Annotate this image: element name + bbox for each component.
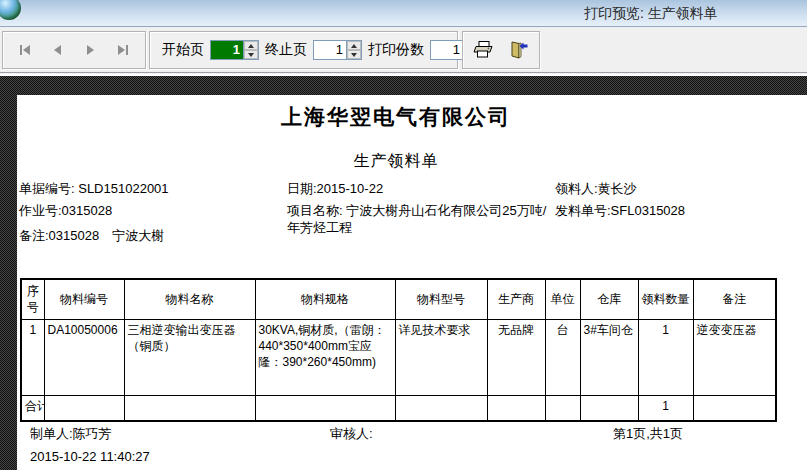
copies-input[interactable]: 1 bbox=[431, 41, 463, 59]
title-bar: 打印预览: 生产领料单 bbox=[0, 0, 807, 27]
end-page-up-button[interactable] bbox=[347, 41, 361, 50]
cell-warehouse: 3#车间仓 bbox=[580, 319, 638, 395]
company-name: 上海华翌电气有限公司 bbox=[17, 103, 775, 131]
prev-page-button[interactable] bbox=[45, 38, 71, 62]
doc-no: 单据编号: SLD151022001 bbox=[19, 180, 169, 197]
print-button[interactable] bbox=[469, 36, 499, 64]
start-page-up-button[interactable] bbox=[244, 41, 258, 50]
cell-material-spec: 30KVA,铜材质,（雷朗：440*350*400mm宝应隆：390*260*4… bbox=[255, 319, 395, 395]
info-column-middle: 日期:2015-10-22 项目名称: 宁波大榭舟山石化有限公司25万吨/年芳烃… bbox=[287, 180, 549, 241]
cell-note: 逆变变压器 bbox=[693, 319, 776, 395]
picker: 领料人:黄长沙 bbox=[555, 180, 685, 197]
exit-icon bbox=[507, 39, 529, 61]
first-page-button[interactable] bbox=[12, 38, 38, 62]
project-name: 项目名称: 宁波大榭舟山石化有限公司25万吨/年芳烃工程 bbox=[287, 202, 549, 236]
preview-background: 上海华翌电气有限公司 生产领料单 单据编号: SLD151022001 作业号:… bbox=[0, 74, 807, 470]
table-row: 1 DA10050006 三相逆变输出变压器（铜质） 30KVA,铜材质,（雷朗… bbox=[21, 319, 776, 395]
next-page-icon bbox=[87, 45, 94, 55]
info-column-right: 领料人:黄长沙 发料单号:SFL0315028 bbox=[555, 180, 685, 224]
total-label: 合计 bbox=[21, 395, 44, 421]
col-header: 单位 bbox=[545, 279, 580, 319]
page-controls-panel: 开始页 1 终止页 1 打印份数 1 bbox=[149, 31, 458, 69]
first-page-icon bbox=[20, 45, 22, 55]
col-header: 物料名称 bbox=[124, 279, 255, 319]
col-header: 领料数量 bbox=[638, 279, 693, 319]
col-header: 仓库 bbox=[580, 279, 638, 319]
start-page-label: 开始页 bbox=[162, 41, 204, 59]
down-arrow-icon bbox=[351, 53, 357, 57]
action-button-panel bbox=[462, 31, 540, 69]
toolbar: 开始页 1 终止页 1 打印份数 1 bbox=[0, 28, 807, 73]
col-header: 物料编号 bbox=[44, 279, 124, 319]
next-page-button[interactable] bbox=[77, 38, 103, 62]
document-page: 上海华翌电气有限公司 生产领料单 单据编号: SLD151022001 作业号:… bbox=[17, 95, 807, 470]
cell-seq: 1 bbox=[21, 319, 44, 395]
print-preview-window: 打印预览: 生产领料单 开始页 1 bbox=[0, 0, 807, 470]
exit-preview-button[interactable] bbox=[503, 36, 533, 64]
job-no: 作业号:0315028 bbox=[19, 202, 169, 219]
form-title: 生产领料单 bbox=[17, 151, 775, 172]
start-page-spinner: 1 bbox=[210, 40, 259, 60]
window-title: 打印预览: 生产领料单 bbox=[584, 5, 718, 23]
date: 日期:2015-10-22 bbox=[287, 180, 549, 197]
page-info: 第1页,共1页 bbox=[613, 425, 683, 443]
info-column-left: 单据编号: SLD151022001 作业号:0315028 备注:031502… bbox=[19, 180, 169, 249]
down-arrow-icon bbox=[248, 53, 254, 57]
total-quantity: 1 bbox=[638, 395, 693, 421]
end-page-spinner: 1 bbox=[313, 40, 362, 60]
cell-unit: 台 bbox=[545, 319, 580, 395]
cell-producer: 无品牌 bbox=[487, 319, 545, 395]
maker: 制单人:陈巧芳 bbox=[30, 425, 112, 443]
app-sphere-icon bbox=[0, 0, 21, 20]
col-header: 备注 bbox=[693, 279, 776, 319]
end-page-down-button[interactable] bbox=[347, 50, 361, 59]
material-table: 序号 物料编号 物料名称 物料规格 物料型号 生产商 单位 仓库 领料数量 备注… bbox=[20, 278, 777, 422]
col-header: 物料型号 bbox=[395, 279, 487, 319]
auditor: 审核人: bbox=[330, 425, 373, 443]
copies-label: 打印份数 bbox=[368, 41, 424, 59]
col-header: 序号 bbox=[21, 279, 44, 319]
prev-page-icon bbox=[54, 45, 61, 55]
start-page-input[interactable]: 1 bbox=[211, 41, 243, 59]
table-header-row: 序号 物料编号 物料名称 物料规格 物料型号 生产商 单位 仓库 领料数量 备注 bbox=[21, 279, 776, 319]
cell-material-code: DA10050006 bbox=[44, 319, 124, 395]
cell-material-model: 详见技术要求 bbox=[395, 319, 487, 395]
last-page-button[interactable] bbox=[110, 38, 136, 62]
table-total-row: 合计 1 bbox=[21, 395, 776, 421]
cell-quantity: 1 bbox=[638, 319, 693, 395]
nav-button-panel bbox=[2, 31, 146, 69]
printer-icon bbox=[473, 39, 495, 61]
cell-material-name: 三相逆变输出变压器（铜质） bbox=[124, 319, 255, 395]
col-header: 物料规格 bbox=[255, 279, 395, 319]
end-page-input[interactable]: 1 bbox=[314, 41, 346, 59]
remark: 备注:0315028 宁波大榭 bbox=[19, 227, 169, 244]
up-arrow-icon bbox=[351, 44, 357, 48]
print-timestamp: 2015-10-22 11:40:27 bbox=[30, 449, 150, 464]
col-header: 生产商 bbox=[487, 279, 545, 319]
up-arrow-icon bbox=[248, 44, 254, 48]
issue-no: 发料单号:SFL0315028 bbox=[555, 202, 685, 219]
last-page-icon bbox=[118, 45, 125, 55]
end-page-label: 终止页 bbox=[265, 41, 307, 59]
start-page-down-button[interactable] bbox=[244, 50, 258, 59]
